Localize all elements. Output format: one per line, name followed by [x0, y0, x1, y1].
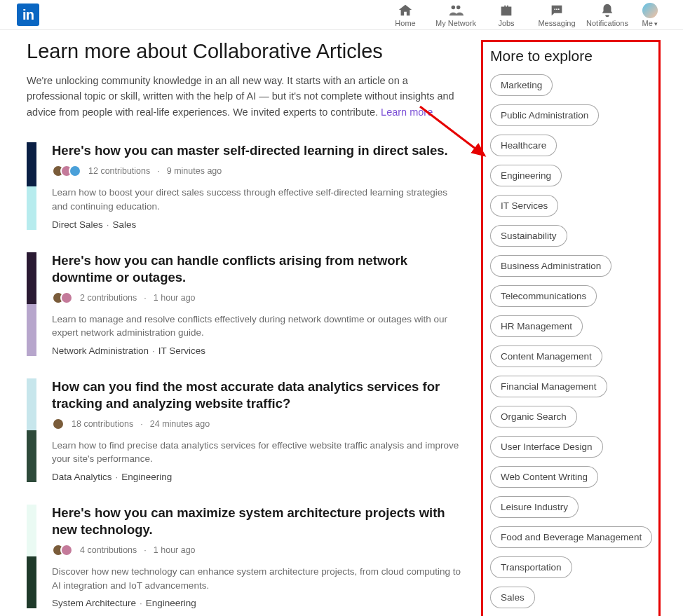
explore-chip[interactable]: Food and Beverage Management — [490, 526, 652, 548]
briefcase-icon — [499, 3, 514, 18]
explore-chip[interactable]: Sales — [490, 587, 535, 608]
explore-chip[interactable]: HR Management — [490, 315, 583, 337]
article-time: 1 hour ago — [154, 293, 196, 303]
explore-chip[interactable]: Engineering — [490, 165, 562, 186]
article-list: Here's how you can master self-directed … — [27, 132, 461, 616]
bell-icon — [600, 3, 615, 18]
article-meta: 12 contributions·9 minutes ago — [52, 165, 461, 177]
network-icon — [448, 3, 464, 18]
nav-me[interactable]: Me — [634, 3, 666, 27]
page-description: We're unlocking community knowledge in a… — [27, 73, 461, 120]
article-tag[interactable]: Sales — [113, 219, 137, 230]
nav-items: Home My Network Jobs Messaging Notificat… — [381, 3, 666, 27]
article-meta: 4 contributions·1 hour ago — [52, 544, 461, 556]
article-tag[interactable]: System Architecture — [52, 598, 136, 608]
svg-point-3 — [556, 8, 557, 10]
explore-chip[interactable]: IT Services — [490, 195, 558, 217]
article-tag[interactable]: Engineering — [146, 598, 196, 608]
article-description: Learn how to find precise data analytics… — [52, 439, 461, 466]
nav-me-label: Me — [642, 19, 658, 27]
article-contributions: 4 contributions — [80, 545, 137, 555]
explore-chip[interactable]: Transportation — [490, 556, 572, 578]
article-thumbnail — [27, 505, 36, 608]
article-tags: Network Administration·IT Services — [52, 345, 461, 356]
nav-notifications-label: Notifications — [586, 19, 628, 27]
nav-messaging[interactable]: Messaging — [533, 3, 581, 27]
article-title[interactable]: Here's how you can maximize system archi… — [52, 505, 461, 538]
message-icon — [549, 3, 564, 18]
contributor-avatar — [69, 165, 81, 177]
svg-point-1 — [457, 5, 461, 9]
explore-chip[interactable]: Web Content Writing — [490, 466, 598, 488]
explore-chip[interactable]: Telecommunications — [490, 285, 597, 307]
explore-chip[interactable]: Marketing — [490, 74, 553, 96]
article-tag[interactable]: Direct Sales — [52, 219, 103, 230]
article-title[interactable]: Here's how you can master self-directed … — [52, 142, 461, 159]
article-time: 9 minutes ago — [167, 166, 222, 176]
nav-jobs-label: Jobs — [498, 19, 514, 27]
contributor-avatar — [60, 544, 73, 556]
explore-chip[interactable]: Leisure Industry — [490, 496, 579, 518]
article-contributions: 12 contributions — [88, 166, 150, 176]
contributor-avatar — [60, 292, 73, 304]
more-to-explore-sidebar: More to explore MarketingPublic Administ… — [481, 40, 661, 616]
svg-point-2 — [554, 8, 555, 10]
article-time: 1 hour ago — [154, 545, 196, 555]
nav-notifications[interactable]: Notifications — [583, 3, 631, 27]
article-thumbnail — [27, 252, 36, 356]
article-item[interactable]: Here's how you can maximize system archi… — [27, 495, 461, 616]
article-description: Learn how to boost your direct sales suc… — [52, 186, 461, 213]
article-tag[interactable]: Data Analytics — [52, 472, 112, 482]
article-tags: Direct Sales·Sales — [52, 219, 461, 230]
avatar — [642, 3, 658, 18]
article-time: 24 minutes ago — [150, 419, 210, 429]
article-contributions: 2 contributions — [80, 293, 137, 303]
explore-chip[interactable]: Business Administration — [490, 255, 611, 277]
nav-messaging-label: Messaging — [538, 19, 575, 27]
article-tags: Data Analytics·Engineering — [52, 472, 461, 482]
linkedin-logo[interactable]: in — [17, 4, 39, 26]
sidebar-title: More to explore — [490, 48, 651, 64]
article-description: Discover how new technology can enhance … — [52, 565, 461, 592]
page-title: Learn more about Collaborative Articles — [27, 40, 461, 63]
article-description: Learn to manage and resolve conflicts ef… — [52, 313, 461, 340]
explore-chip[interactable]: Organic Search — [490, 406, 577, 427]
explore-chip[interactable]: User Interface Design — [490, 436, 603, 458]
article-tag[interactable]: Network Administration — [52, 345, 149, 356]
article-tag[interactable]: IT Services — [158, 345, 205, 356]
nav-home[interactable]: Home — [381, 3, 429, 27]
explore-chip[interactable]: Financial Management — [490, 376, 607, 397]
home-icon — [398, 3, 413, 18]
svg-point-0 — [452, 5, 456, 9]
contributor-avatar — [52, 418, 65, 430]
explore-chip[interactable]: Sustainability — [490, 225, 567, 247]
article-title[interactable]: How can you find the most accurate data … — [52, 378, 461, 412]
article-item[interactable]: Here's how you can master self-directed … — [27, 132, 461, 242]
explore-chip[interactable]: Content Management — [490, 345, 602, 367]
learn-more-link[interactable]: Learn more — [381, 107, 433, 118]
article-thumbnail — [27, 378, 36, 482]
article-title[interactable]: Here's how you can handle conflicts aris… — [52, 252, 461, 286]
nav-jobs[interactable]: Jobs — [482, 3, 530, 27]
article-tags: System Architecture·Engineering — [52, 598, 461, 608]
article-thumbnail — [27, 142, 36, 229]
nav-home-label: Home — [395, 19, 415, 27]
explore-chip[interactable]: Healthcare — [490, 135, 557, 156]
article-item[interactable]: How can you find the most accurate data … — [27, 369, 461, 495]
chip-list: MarketingPublic AdministrationHealthcare… — [490, 74, 651, 616]
svg-point-4 — [558, 8, 560, 10]
top-nav: in Home My Network Jobs Messaging Notifi… — [0, 0, 683, 30]
explore-chip[interactable]: Public Administration — [490, 104, 599, 126]
article-meta: 2 contributions·1 hour ago — [52, 292, 461, 304]
article-tag[interactable]: Engineering — [121, 472, 172, 482]
article-contributions: 18 contributions — [72, 419, 133, 429]
main-content: Learn more about Collaborative Articles … — [27, 40, 461, 616]
nav-network-label: My Network — [435, 19, 476, 27]
nav-network[interactable]: My Network — [432, 3, 480, 27]
article-item[interactable]: Here's how you can handle conflicts aris… — [27, 242, 461, 369]
article-meta: 18 contributions·24 minutes ago — [52, 418, 461, 430]
